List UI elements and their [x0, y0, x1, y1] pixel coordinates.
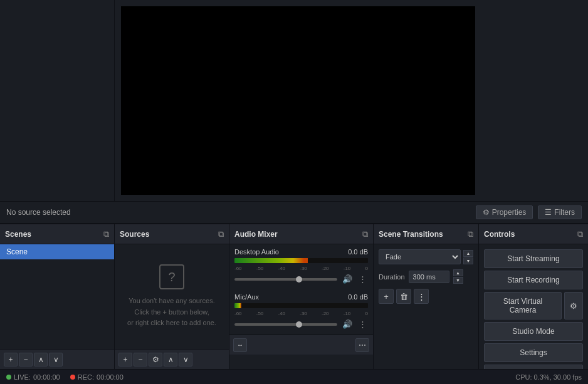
duration-spinner: ▲ ▼	[453, 269, 463, 284]
sources-move-down-button[interactable]: ∨	[179, 353, 192, 366]
start-recording-button[interactable]: Start Recording	[484, 271, 583, 289]
audio-mixer-panel-icon: ⧉	[362, 229, 368, 239]
desktop-audio-slider-thumb[interactable]	[296, 276, 302, 283]
sources-panel-header: Sources ⧉	[115, 224, 229, 244]
mic-aux-labels: -60 -50 -40 -30 -20 -10 0	[234, 311, 368, 316]
duration-label: Duration	[379, 273, 405, 281]
preview-area	[0, 0, 588, 201]
duration-row: Duration ▲ ▼	[379, 269, 473, 284]
mic-aux-mute-button[interactable]: 🔊	[341, 318, 354, 330]
scene-item[interactable]: Scene	[0, 244, 114, 259]
sources-add-button[interactable]: +	[118, 353, 132, 366]
mic-aux-name: Mic/Aux	[234, 293, 259, 301]
virtual-camera-settings-button[interactable]: ⚙	[564, 292, 583, 319]
scenes-panel-icon: ⧉	[103, 229, 109, 239]
scenes-move-up-button[interactable]: ∧	[34, 353, 48, 366]
controls-panel: Controls ⧉ Start Streaming Start Recordi…	[479, 224, 588, 369]
live-label: LIVE:	[14, 373, 31, 381]
controls-content: Start Streaming Start Recording Start Vi…	[479, 244, 588, 384]
start-virtual-camera-button[interactable]: Start Virtual Camera	[484, 292, 562, 319]
controls-panel-title: Controls	[484, 230, 515, 239]
desktop-audio-meter-fill	[234, 258, 308, 263]
mic-aux-slider-thumb[interactable]	[296, 321, 302, 328]
no-source-label: No source selected	[6, 208, 71, 217]
source-bar: No source selected ⚙ Properties ☰ Filter…	[0, 201, 588, 224]
audio-mixer-panel-title: Audio Mixer	[234, 230, 278, 239]
start-streaming-button[interactable]: Start Streaming	[484, 249, 583, 268]
sources-panel-title: Sources	[120, 230, 149, 239]
mic-aux-channel: Mic/Aux 0.0 dB -60 -50 -40 -30 -20 -10 0…	[229, 289, 373, 335]
controls-panel-header: Controls ⧉	[479, 224, 588, 244]
virtual-camera-row: Start Virtual Camera ⚙	[484, 292, 583, 319]
sources-move-up-button[interactable]: ∧	[164, 353, 177, 366]
desktop-audio-menu-button[interactable]: ⋮	[357, 273, 368, 285]
rec-label: REC:	[78, 373, 94, 381]
live-status: LIVE: 00:00:00	[6, 373, 60, 381]
panels: Scenes ⧉ Scene + − ∧ ∨ Sources ⧉ ? You d…	[0, 224, 588, 369]
sources-remove-button[interactable]: −	[134, 353, 147, 366]
transitions-add-button[interactable]: +	[379, 289, 394, 304]
transitions-menu-button[interactable]: ⋮	[414, 289, 429, 304]
scenes-remove-button[interactable]: −	[19, 353, 33, 366]
scenes-move-down-button[interactable]: ∨	[49, 353, 63, 366]
scenes-toolbar: + − ∧ ∨	[0, 349, 114, 369]
sources-panel: Sources ⧉ ? You don't have any sources.C…	[115, 224, 229, 369]
transitions-panel-header: Scene Transitions ⧉	[374, 224, 478, 244]
scenes-list: Scene	[0, 244, 114, 349]
audio-mixer-toolbar: ↔ ⋯	[229, 335, 373, 355]
scenes-panel: Scenes ⧉ Scene + − ∧ ∨	[0, 224, 115, 369]
left-sidebar-top	[0, 0, 115, 201]
gear-icon: ⚙	[570, 301, 577, 311]
transitions-content: Fade Cut Swipe Slide ▲ ▼ Duration ▲ ▼	[374, 244, 478, 312]
gear-icon: ⚙	[483, 208, 490, 217]
sources-empty: ? You don't have any sources.Click the +…	[115, 244, 229, 349]
transitions-select[interactable]: Fade Cut Swipe Slide	[379, 249, 461, 264]
cpu-label: CPU: 0.3%, 30.00 fps	[515, 373, 582, 381]
desktop-audio-controls: 🔊 ⋮	[234, 273, 368, 285]
audio-mixer-menu-button[interactable]: ⋯	[355, 338, 369, 352]
audio-mixer-panel: Audio Mixer ⧉ Desktop Audio 0.0 dB -60 -…	[229, 224, 374, 369]
mic-aux-db: 0.0 dB	[348, 293, 368, 301]
transitions-select-row: Fade Cut Swipe Slide ▲ ▼	[379, 249, 473, 264]
scenes-panel-title: Scenes	[5, 230, 31, 239]
duration-spin-up[interactable]: ▲	[453, 269, 463, 276]
desktop-audio-meter	[234, 258, 368, 263]
studio-mode-button[interactable]: Studio Mode	[484, 322, 583, 341]
transitions-panel: Scene Transitions ⧉ Fade Cut Swipe Slide…	[374, 224, 479, 369]
live-time: 00:00:00	[33, 373, 60, 381]
properties-button[interactable]: ⚙ Properties	[476, 205, 533, 219]
filter-icon: ☰	[545, 208, 552, 217]
mic-aux-controls: 🔊 ⋮	[234, 318, 368, 330]
audio-scene-to-scene-button[interactable]: ↔	[233, 338, 247, 352]
transitions-spinner: ▲ ▼	[463, 250, 473, 264]
transitions-actions: + 🗑 ⋮	[379, 289, 473, 304]
desktop-audio-name: Desktop Audio	[234, 248, 279, 256]
transitions-remove-button[interactable]: 🗑	[396, 289, 411, 304]
preview-canvas	[121, 6, 475, 195]
desktop-audio-mute-button[interactable]: 🔊	[341, 273, 354, 285]
mic-aux-meter-fill	[234, 303, 241, 308]
mic-aux-menu-button[interactable]: ⋮	[357, 318, 368, 330]
duration-input[interactable]	[409, 271, 449, 283]
statusbar: LIVE: 00:00:00 REC: 00:00:00 CPU: 0.3%, …	[0, 369, 588, 384]
transitions-spin-up[interactable]: ▲	[463, 250, 473, 257]
mic-aux-slider[interactable]	[234, 323, 337, 326]
filters-button[interactable]: ☰ Filters	[538, 205, 582, 219]
rec-status: REC: 00:00:00	[70, 373, 123, 381]
live-indicator	[6, 375, 11, 380]
question-mark-icon: ?	[159, 264, 184, 289]
audio-mixer-panel-header: Audio Mixer ⧉	[229, 224, 373, 244]
duration-spin-down[interactable]: ▼	[453, 277, 463, 284]
sources-settings-button[interactable]: ⚙	[149, 353, 162, 366]
sources-empty-message: You don't have any sources.Click the + b…	[127, 296, 216, 329]
sources-panel-icon: ⧉	[218, 229, 224, 239]
transitions-panel-icon: ⧉	[468, 229, 473, 239]
transitions-panel-title: Scene Transitions	[379, 230, 443, 239]
controls-panel-icon: ⧉	[577, 229, 583, 239]
desktop-audio-slider[interactable]	[234, 278, 337, 281]
transitions-spin-down[interactable]: ▼	[463, 257, 473, 264]
settings-button[interactable]: Settings	[484, 343, 583, 362]
rec-indicator	[70, 375, 75, 380]
scenes-add-button[interactable]: +	[4, 353, 18, 366]
rec-time: 00:00:00	[97, 373, 123, 381]
